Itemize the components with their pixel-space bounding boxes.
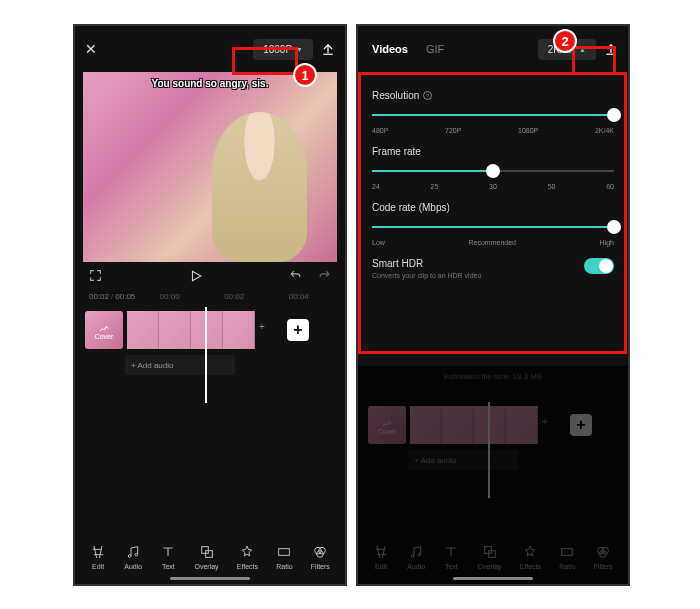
time-display: 00:02 / 00:05 00:0000:0200:04 <box>75 292 345 301</box>
home-indicator <box>170 577 250 580</box>
clip-strip[interactable] <box>127 311 255 349</box>
redo-icon[interactable] <box>318 269 331 285</box>
svg-rect-11 <box>488 551 495 558</box>
undo-icon[interactable] <box>289 269 302 285</box>
plus-small: + <box>259 321 283 332</box>
add-clip-button[interactable]: + <box>287 319 309 341</box>
tool-effects[interactable]: Effects <box>237 544 258 570</box>
playhead[interactable] <box>205 307 207 403</box>
toolbar: Edit Audio Text Overlay Effects Ratio Fi… <box>75 544 345 570</box>
player-controls <box>75 262 345 292</box>
annotation-badge-2: 2 <box>553 29 577 53</box>
toolbar-dim: Edit Audio Text Overlay Effects Ratio Fi… <box>358 544 628 570</box>
close-icon[interactable]: ✕ <box>85 41 97 57</box>
tool-audio[interactable]: Audio <box>124 544 142 570</box>
annotation-box-1 <box>232 47 298 75</box>
annotation-box-2a <box>572 46 616 75</box>
svg-rect-12 <box>562 549 573 556</box>
svg-point-9 <box>418 553 421 556</box>
video-preview[interactable]: You sound so angry, sis. <box>83 72 337 262</box>
tool-filters[interactable]: Filters <box>311 544 330 570</box>
timeline-dim: Cover + + + Add audio <box>358 406 628 476</box>
svg-point-8 <box>412 555 415 558</box>
fullscreen-icon[interactable] <box>89 269 102 285</box>
phone-left: ✕ 1080P ▼ You sound so angry, sis. 00:02… <box>75 26 345 584</box>
tool-overlay[interactable]: Overlay <box>195 544 219 570</box>
tab-gif[interactable]: GIF <box>426 43 444 55</box>
svg-rect-2 <box>201 547 208 554</box>
cover-button[interactable]: Cover <box>85 311 123 349</box>
preview-person <box>212 112 307 262</box>
annotation-box-2b <box>358 72 627 354</box>
svg-rect-4 <box>279 549 290 556</box>
tool-text[interactable]: Text <box>160 544 176 570</box>
add-audio-button[interactable]: + Add audio <box>125 355 235 375</box>
tool-ratio[interactable]: Ratio <box>276 544 292 570</box>
tool-edit[interactable]: Edit <box>90 544 106 570</box>
svg-rect-3 <box>205 551 212 558</box>
play-icon[interactable] <box>189 269 203 286</box>
annotation-badge-1: 1 <box>293 63 317 87</box>
svg-point-1 <box>135 553 138 556</box>
timeline[interactable]: Cover + + + Add audio <box>75 311 345 381</box>
phone-left-frame: ✕ 1080P ▼ You sound so angry, sis. 00:02… <box>73 24 347 586</box>
export-icon[interactable] <box>321 42 335 56</box>
svg-point-0 <box>129 555 132 558</box>
export-tabs: Videos GIF <box>368 43 448 55</box>
tab-videos[interactable]: Videos <box>372 43 408 55</box>
svg-rect-10 <box>484 547 491 554</box>
home-indicator <box>453 577 533 580</box>
